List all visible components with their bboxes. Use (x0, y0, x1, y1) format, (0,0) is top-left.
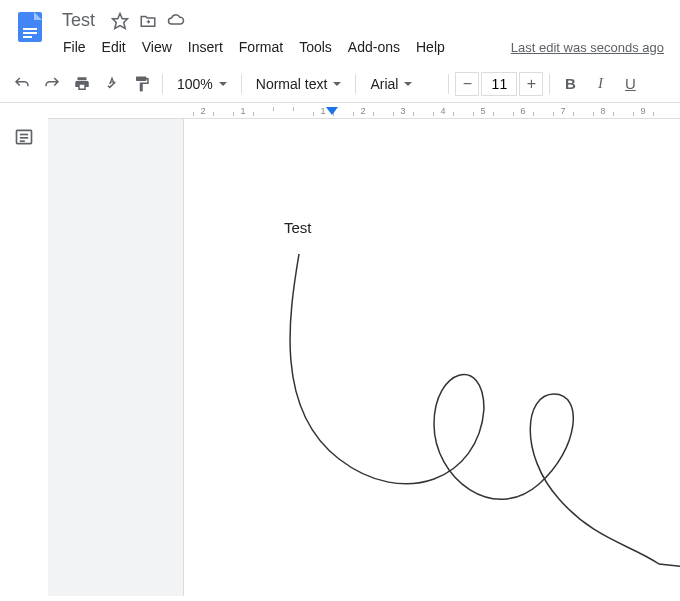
svg-marker-4 (113, 13, 128, 28)
svg-rect-1 (23, 28, 37, 30)
ruler-tick: 4 (423, 106, 463, 116)
ruler-tick: 2 (183, 106, 223, 116)
body-text[interactable]: Test (284, 219, 680, 236)
ruler-tick: 3 (383, 106, 423, 116)
star-icon[interactable] (111, 12, 129, 30)
ruler-tick: 5 (463, 106, 503, 116)
font-size-decrease-button[interactable]: − (455, 72, 479, 96)
paint-format-button[interactable] (128, 70, 156, 98)
svg-rect-3 (23, 36, 32, 38)
document-area: 21123456789 Test (48, 103, 680, 596)
menubar: File Edit View Insert Format Tools Add-o… (56, 35, 668, 59)
menu-file[interactable]: File (56, 35, 93, 59)
ruler-tick: 7 (543, 106, 583, 116)
toolbar: 100% Normal text Arial − + B I U (0, 65, 680, 103)
title-row: Test (56, 8, 668, 33)
zoom-dropdown[interactable]: 100% (169, 70, 235, 98)
header-main: Test File Edit View Insert Format Tools … (56, 8, 668, 59)
undo-button[interactable] (8, 70, 36, 98)
document-title[interactable]: Test (56, 8, 101, 33)
ruler-tick: 1 (223, 106, 263, 116)
menu-help[interactable]: Help (409, 35, 452, 59)
bold-button[interactable]: B (556, 70, 584, 98)
font-size-input[interactable] (481, 72, 517, 96)
ruler-indent-marker[interactable] (326, 107, 338, 115)
zoom-value: 100% (177, 76, 213, 92)
chevron-down-icon (404, 82, 412, 86)
toolbar-separator (549, 74, 550, 94)
menu-tools[interactable]: Tools (292, 35, 339, 59)
menu-addons[interactable]: Add-ons (341, 35, 407, 59)
style-dropdown[interactable]: Normal text (248, 70, 350, 98)
menu-view[interactable]: View (135, 35, 179, 59)
outline-icon[interactable] (14, 127, 34, 147)
menu-insert[interactable]: Insert (181, 35, 230, 59)
page[interactable]: Test (183, 119, 680, 596)
app-header: Test File Edit View Insert Format Tools … (0, 0, 680, 59)
page-content[interactable]: Test (184, 119, 680, 236)
font-dropdown[interactable]: Arial (362, 70, 442, 98)
spellcheck-button[interactable] (98, 70, 126, 98)
menu-edit[interactable]: Edit (95, 35, 133, 59)
ruler-tick: 8 (583, 106, 623, 116)
move-folder-icon[interactable] (139, 12, 157, 30)
toolbar-separator (355, 74, 356, 94)
redo-button[interactable] (38, 70, 66, 98)
cloud-status-icon[interactable] (167, 12, 185, 30)
style-value: Normal text (256, 76, 328, 92)
toolbar-separator (241, 74, 242, 94)
chevron-down-icon (333, 82, 341, 86)
scribble-drawing[interactable] (284, 254, 680, 574)
font-value: Arial (370, 76, 398, 92)
left-sidebar (0, 103, 48, 596)
svg-rect-2 (23, 32, 37, 34)
font-size-group: − + (455, 72, 543, 96)
italic-button[interactable]: I (586, 70, 614, 98)
menu-format[interactable]: Format (232, 35, 290, 59)
underline-button[interactable]: U (616, 70, 644, 98)
chevron-down-icon (219, 82, 227, 86)
ruler-tick: 2 (343, 106, 383, 116)
horizontal-ruler[interactable]: 21123456789 (48, 103, 680, 119)
print-button[interactable] (68, 70, 96, 98)
last-edit-link[interactable]: Last edit was seconds ago (511, 40, 668, 55)
font-size-increase-button[interactable]: + (519, 72, 543, 96)
ruler-tick: 9 (623, 106, 663, 116)
ruler-tick: 6 (503, 106, 543, 116)
docs-logo-icon[interactable] (12, 8, 48, 44)
workspace: 21123456789 Test (0, 103, 680, 596)
toolbar-separator (448, 74, 449, 94)
toolbar-separator (162, 74, 163, 94)
